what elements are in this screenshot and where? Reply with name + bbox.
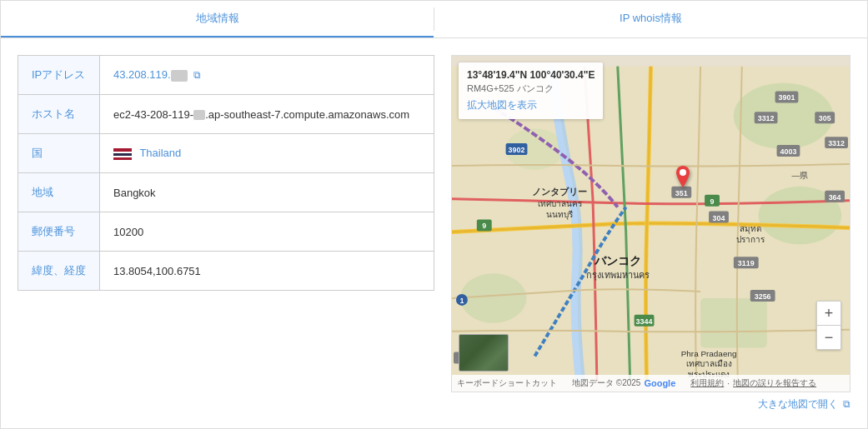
value-latlon: 13.8054,100.6751 xyxy=(100,252,434,291)
value-ip: 43.208.119. ⧉ xyxy=(100,56,434,95)
svg-rect-5 xyxy=(700,298,767,348)
ip-masked xyxy=(171,70,188,82)
svg-text:3902: 3902 xyxy=(509,146,525,154)
report-link[interactable]: 地図の誤りを報告する xyxy=(733,377,816,389)
tab-whois-label: IP whois情報 xyxy=(620,12,682,24)
label-region: 地域 xyxy=(18,173,100,212)
table-row: ホスト名 ec2-43-208-119-.ap-southeast-7.comp… xyxy=(18,95,434,134)
svg-text:304: 304 xyxy=(713,214,725,222)
svg-text:ปราการ: ปราการ xyxy=(736,235,765,244)
zoom-in-button[interactable]: + xyxy=(817,302,840,325)
map-coordinates: 13°48'19.4"N 100°40'30.4"E xyxy=(467,69,595,81)
svg-text:305: 305 xyxy=(819,114,831,122)
svg-text:—県: —県 xyxy=(791,171,808,180)
svg-text:3119: 3119 xyxy=(738,259,755,267)
svg-text:นนทบุรี: นนทบุรี xyxy=(546,210,574,220)
open-large-map-link[interactable]: 大きな地図で開く ⧉ xyxy=(758,398,850,410)
svg-text:3344: 3344 xyxy=(636,317,653,326)
svg-text:9: 9 xyxy=(710,197,715,206)
svg-text:3901: 3901 xyxy=(779,93,795,102)
table-row: 緯度、経度 13.8054,100.6751 xyxy=(18,252,434,291)
svg-text:3312: 3312 xyxy=(828,139,845,147)
info-table: IPアドレス 43.208.119. ⧉ ホスト名 ec2-43-208-119… xyxy=(18,55,434,291)
external-icon: ⧉ xyxy=(843,398,850,410)
main-container: 地域情報 IP whois情報 IPアドレス 43.208.119. ⧉ xyxy=(0,0,868,429)
value-region: Bangkok xyxy=(100,173,434,212)
table-row: 国 Thailand xyxy=(18,134,434,173)
svg-text:1: 1 xyxy=(459,297,464,305)
svg-text:กรุงเทพมหานคร: กรุงเทพมหานคร xyxy=(586,270,650,281)
map-thumbnail-inner xyxy=(459,335,508,371)
table-row: IPアドレス 43.208.119. ⧉ xyxy=(18,56,434,95)
tab-region-label: 地域情報 xyxy=(196,12,239,24)
open-large-map-label: 大きな地図で開く xyxy=(758,398,838,410)
table-row: 地域 Bangkok xyxy=(18,173,434,212)
svg-text:364: 364 xyxy=(829,193,841,202)
svg-text:4003: 4003 xyxy=(780,147,797,156)
google-logo: Google xyxy=(644,378,675,388)
zoom-out-button[interactable]: − xyxy=(817,326,840,349)
external-link-icon[interactable]: ⧉ xyxy=(193,69,201,81)
value-hostname: ec2-43-208-119-.ap-southeast-7.compute.a… xyxy=(100,95,434,134)
map-pin xyxy=(673,166,693,197)
svg-text:9: 9 xyxy=(482,222,486,230)
country-name: Thailand xyxy=(139,147,181,159)
map-panel: 9 9 3344 ノンタブリー เทศบาลนคร นนทบุรี バンコク ก… xyxy=(451,55,850,412)
separator xyxy=(560,377,569,389)
map-data-label: 地図データ ©2025 xyxy=(572,377,640,389)
map-info-box: 13°48'19.4"N 100°40'30.4"E RM4G+525 バンコク… xyxy=(459,62,603,119)
label-hostname: ホスト名 xyxy=(18,95,100,134)
map-footer: 大きな地図で開く ⧉ xyxy=(451,397,850,412)
svg-text:สมุทต: สมุทต xyxy=(740,224,761,234)
dot-separator: · xyxy=(727,379,730,388)
svg-text:เทศบาลนคร: เทศบาลนคร xyxy=(538,199,583,208)
terms-separator xyxy=(679,377,687,389)
svg-text:ノンタブリー: ノンタブリー xyxy=(532,187,587,197)
main-content: IPアドレス 43.208.119. ⧉ ホスト名 ec2-43-208-119… xyxy=(1,38,867,428)
table-row: 郵便番号 10200 xyxy=(18,212,434,252)
svg-point-3 xyxy=(460,273,527,323)
map-container: 9 9 3344 ノンタブリー เทศบาลนคร นนทบุรี バンコク ก… xyxy=(451,55,850,392)
label-ip: IPアドレス xyxy=(18,56,100,95)
info-panel: IPアドレス 43.208.119. ⧉ ホスト名 ec2-43-208-119… xyxy=(18,55,434,412)
label-country: 国 xyxy=(18,134,100,173)
map-expand-link[interactable]: 拡大地図を表示 xyxy=(467,98,595,112)
tab-whois[interactable]: IP whois情報 xyxy=(434,1,867,37)
label-latlon: 緯度、経度 xyxy=(18,252,100,291)
ip-address-link[interactable]: 43.208.119. xyxy=(113,68,188,81)
value-country: Thailand xyxy=(100,134,434,173)
tab-region[interactable]: 地域情報 xyxy=(1,1,434,37)
map-zoom-controls: + − xyxy=(816,301,841,350)
svg-text:3256: 3256 xyxy=(755,292,771,301)
svg-text:เทศบาลเมือง: เทศบาลเมือง xyxy=(686,359,732,368)
svg-text:バンコク: バンコク xyxy=(594,254,641,267)
map-address: RM4G+525 バンコク xyxy=(467,82,595,95)
label-postal: 郵便番号 xyxy=(18,212,100,252)
flag-thailand xyxy=(113,148,132,160)
keyboard-shortcut-label: キーボードショートカット xyxy=(457,377,557,389)
svg-point-51 xyxy=(680,169,686,176)
hostname-masked xyxy=(193,110,205,120)
map-bottom-bar: キーボードショートカット 地図データ ©2025 Google 利用規約 · 地… xyxy=(452,375,850,392)
tab-bar: 地域情報 IP whois情報 xyxy=(1,1,867,38)
svg-text:Phra Pradaeng: Phra Pradaeng xyxy=(681,349,737,358)
terms-link[interactable]: 利用規約 xyxy=(690,377,724,389)
map-thumbnail[interactable] xyxy=(459,334,509,372)
value-postal: 10200 xyxy=(100,212,434,252)
svg-text:3312: 3312 xyxy=(758,114,775,122)
